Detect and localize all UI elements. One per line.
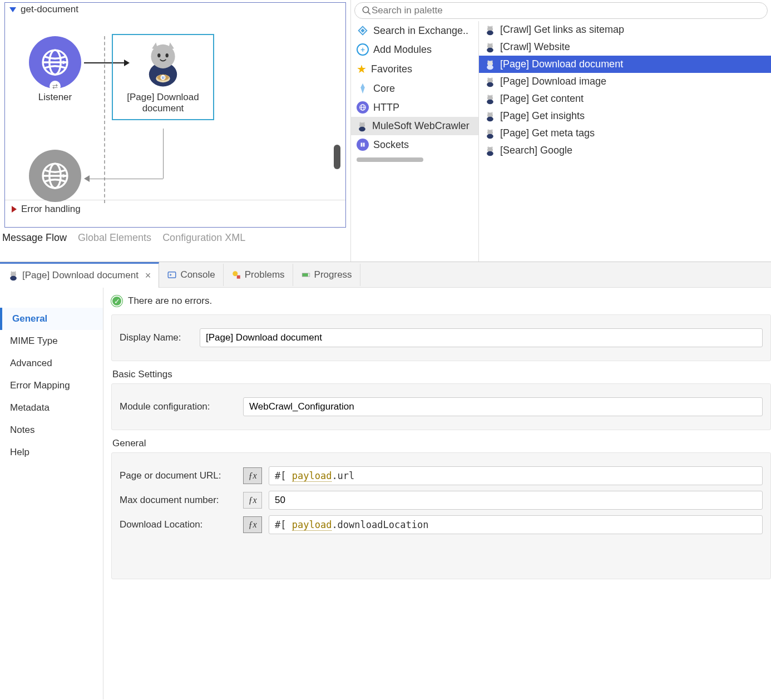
url-input[interactable]: #[ payload.url xyxy=(269,466,763,485)
tab-global-elements[interactable]: Global Elements xyxy=(78,232,151,244)
tab-message-flow[interactable]: Message Flow xyxy=(2,232,67,244)
webcrawler-icon xyxy=(8,270,19,281)
connector-vertical xyxy=(163,129,164,179)
http-listener-icon: ⇄ xyxy=(29,36,81,88)
webcrawler-cat-icon: M xyxy=(138,38,188,88)
category-favorites[interactable]: ★ Favorites xyxy=(351,59,478,79)
palette-search-input[interactable] xyxy=(372,5,760,16)
op-label: [Page] Download image xyxy=(500,76,606,87)
max-input[interactable] xyxy=(269,491,763,510)
op-label: [Crawl] Website xyxy=(500,41,570,53)
close-icon[interactable]: × xyxy=(145,270,151,282)
category-webcrawler[interactable]: MuleSoft WebCrawler xyxy=(351,117,478,135)
expand-icon[interactable] xyxy=(12,206,17,213)
op-page-get-content[interactable]: [Page] Get content xyxy=(479,90,771,107)
canvas-scrollbar[interactable] xyxy=(334,145,340,169)
download-document-node[interactable]: M [Page] Download document xyxy=(112,34,214,120)
op-crawl-website[interactable]: [Crawl] Website xyxy=(479,38,771,56)
svg-point-60 xyxy=(487,151,493,155)
op-crawl-sitemap[interactable]: [Crawl] Get links as sitemap xyxy=(479,21,771,38)
display-name-input[interactable] xyxy=(200,328,763,347)
svg-marker-43 xyxy=(491,77,493,78)
category-exchange[interactable]: Search in Exchange.. xyxy=(351,21,478,40)
module-config-input[interactable] xyxy=(243,397,763,416)
collapse-icon[interactable] xyxy=(9,7,16,12)
op-page-download-document[interactable]: [Page] Download document xyxy=(479,56,771,73)
tab-problems[interactable]: Problems xyxy=(224,264,293,286)
display-name-label: Display Name: xyxy=(120,332,193,343)
nav-notes[interactable]: Notes xyxy=(0,419,103,441)
mule-palette: Search in Exchange.. + Add Modules ★ Fav… xyxy=(350,0,771,262)
nav-general[interactable]: General xyxy=(0,308,103,330)
tab-progress[interactable]: Progress xyxy=(293,264,360,286)
svg-marker-63 xyxy=(14,271,16,273)
webcrawler-icon xyxy=(485,128,496,139)
webcrawler-icon xyxy=(357,121,368,132)
svg-marker-51 xyxy=(491,111,493,113)
category-add-modules[interactable]: + Add Modules xyxy=(351,40,478,59)
nav-metadata[interactable]: Metadata xyxy=(0,397,103,419)
response-node[interactable] xyxy=(27,150,83,202)
category-sockets[interactable]: Sockets xyxy=(351,135,478,154)
tab-label: Console xyxy=(180,269,215,280)
nav-help[interactable]: Help xyxy=(0,441,103,464)
fx-button-url[interactable]: ƒx xyxy=(243,467,262,484)
module-config-label: Module configuration: xyxy=(120,401,236,412)
flow-container[interactable]: get-document ⇄ xyxy=(4,2,346,228)
category-label: Sockets xyxy=(373,139,409,151)
svg-marker-35 xyxy=(491,42,493,44)
svg-marker-50 xyxy=(487,111,489,113)
nav-error-mapping[interactable]: Error Mapping xyxy=(0,374,103,397)
category-label: Add Modules xyxy=(373,44,432,56)
svg-point-36 xyxy=(487,47,493,52)
listener-node[interactable]: ⇄ Listener xyxy=(27,36,83,103)
op-label: [Page] Download document xyxy=(500,58,623,70)
sockets-icon xyxy=(357,139,369,151)
category-label: MuleSoft WebCrawler xyxy=(372,120,469,132)
svg-rect-28 xyxy=(363,143,365,147)
palette-search[interactable] xyxy=(354,2,768,19)
op-label: [Search] Google xyxy=(500,145,572,156)
bottom-tab-bar: [Page] Download document × Console Probl… xyxy=(0,262,771,288)
tab-download-document-props[interactable]: [Page] Download document × xyxy=(0,262,159,288)
tab-configuration-xml[interactable]: Configuration XML xyxy=(162,232,245,244)
flow-header[interactable]: get-document xyxy=(5,3,345,16)
nav-mime-type[interactable]: MIME Type xyxy=(0,330,103,352)
property-editor: [Page] Download document × Console Probl… xyxy=(0,262,771,699)
svg-marker-59 xyxy=(491,146,493,147)
basic-settings-block: Module configuration: xyxy=(111,383,771,430)
category-label: Search in Exchange.. xyxy=(373,25,468,37)
svg-point-8 xyxy=(157,53,160,57)
op-page-get-insights[interactable]: [Page] Get insights xyxy=(479,107,771,125)
op-label: [Crawl] Get links as sitemap xyxy=(500,24,624,36)
flow-divider xyxy=(104,36,105,203)
webcrawler-icon xyxy=(485,111,496,122)
op-page-download-image[interactable]: [Page] Download image xyxy=(479,73,771,90)
op-page-get-meta-tags[interactable]: [Page] Get meta tags xyxy=(479,125,771,142)
svg-marker-31 xyxy=(491,25,493,27)
category-core[interactable]: Core xyxy=(351,79,478,98)
exchange-icon xyxy=(357,24,369,37)
category-http[interactable]: HTTP xyxy=(351,98,478,117)
flow-canvas[interactable]: get-document ⇄ xyxy=(0,0,350,262)
error-handling-label: Error handling xyxy=(21,204,81,215)
progress-icon xyxy=(301,270,311,280)
arrow-back-icon xyxy=(84,175,90,182)
nav-advanced[interactable]: Advanced xyxy=(0,352,103,374)
tab-console[interactable]: Console xyxy=(159,264,223,286)
fx-button-download[interactable]: ƒx xyxy=(243,516,262,533)
svg-rect-67 xyxy=(237,275,240,278)
download-loc-input[interactable]: #[ payload.downloadLocation xyxy=(269,515,763,534)
palette-scrollbar[interactable] xyxy=(357,157,423,162)
category-label: HTTP xyxy=(373,102,399,114)
status-row: ✓ There are no errors. xyxy=(111,295,771,307)
op-search-google[interactable]: [Search] Google xyxy=(479,142,771,159)
error-handling-section[interactable]: Error handling xyxy=(5,200,345,218)
category-label: Favorites xyxy=(371,63,412,75)
url-label: Page or document URL: xyxy=(120,470,236,481)
svg-marker-24 xyxy=(359,121,361,123)
basic-settings-label: Basic Settings xyxy=(112,369,770,380)
property-nav: General MIME Type Advanced Error Mapping… xyxy=(0,288,103,699)
fx-button-max[interactable]: ƒx xyxy=(243,492,262,509)
svg-point-40 xyxy=(487,65,493,69)
